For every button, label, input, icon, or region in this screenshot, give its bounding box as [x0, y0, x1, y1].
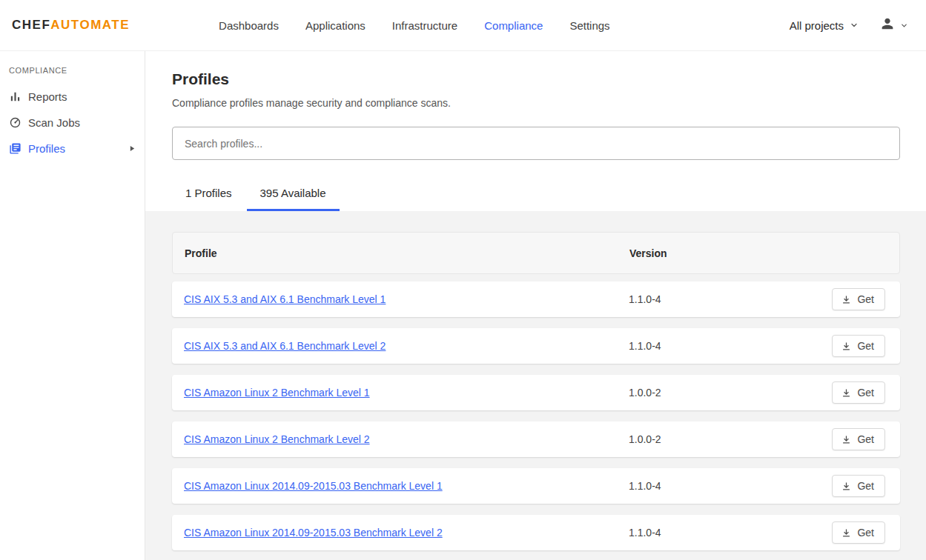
column-header-version: Version [629, 247, 884, 259]
compliance-sidebar: COMPLIANCE Reports Scan Jobs Profiles [0, 51, 145, 560]
library-books-icon [9, 142, 22, 155]
page-title: Profiles [172, 70, 900, 88]
profile-version: 1.1.0-4 [629, 340, 832, 352]
profile-link[interactable]: CIS Amazon Linux 2 Benchmark Level 2 [184, 433, 370, 445]
search-input[interactable] [172, 127, 900, 160]
profile-version: 1.0.0-2 [629, 387, 832, 399]
sidebar-item-scan-jobs[interactable]: Scan Jobs [0, 110, 145, 136]
navbar-right: All projects [790, 16, 908, 35]
download-icon [841, 481, 852, 492]
page-body: COMPLIANCE Reports Scan Jobs Profiles [0, 51, 926, 560]
expand-triangle-icon[interactable] [129, 145, 136, 152]
download-icon [841, 434, 852, 445]
nav-dashboards[interactable]: Dashboards [219, 19, 279, 32]
projects-filter-dropdown[interactable]: All projects [790, 19, 859, 32]
get-profile-button[interactable]: Get [832, 475, 885, 497]
sidebar-heading: COMPLIANCE [0, 66, 145, 75]
user-menu[interactable] [879, 16, 908, 35]
table-row: CIS Amazon Linux 2014.09-2015.03 Benchma… [172, 468, 900, 504]
top-navbar: CHEFAUTOMATE Dashboards Applications Inf… [0, 0, 926, 51]
sidebar-item-label: Profiles [28, 142, 65, 155]
table-header-row: Profile Version [172, 232, 900, 274]
nav-settings[interactable]: Settings [569, 19, 609, 32]
download-icon [841, 294, 852, 305]
tab-available-profiles[interactable]: 395 Available [247, 179, 340, 211]
profile-link[interactable]: CIS Amazon Linux 2 Benchmark Level 1 [184, 387, 370, 399]
nav-compliance[interactable]: Compliance [484, 19, 543, 32]
profile-link[interactable]: CIS AIX 5.3 and AIX 6.1 Benchmark Level … [184, 340, 386, 352]
get-button-label: Get [857, 293, 874, 305]
main-header-section: Profiles Compliance profiles manage secu… [145, 51, 926, 211]
sidebar-item-label: Scan Jobs [28, 116, 80, 129]
chevron-down-icon [850, 21, 859, 30]
nav-applications[interactable]: Applications [305, 19, 366, 32]
get-profile-button[interactable]: Get [832, 288, 885, 310]
search-container [172, 127, 900, 160]
download-icon [841, 387, 852, 399]
page-subtitle: Compliance profiles manage security and … [172, 97, 900, 109]
table-row: CIS AIX 5.3 and AIX 6.1 Benchmark Level … [172, 281, 900, 317]
download-icon [841, 341, 852, 352]
logo-automate-text: AUTOMATE [50, 18, 130, 33]
primary-nav: Dashboards Applications Infrastructure C… [219, 19, 610, 32]
profile-version: 1.0.0-2 [629, 433, 832, 445]
user-avatar-icon [879, 16, 896, 35]
profile-link[interactable]: CIS Amazon Linux 2014.09-2015.03 Benchma… [184, 527, 443, 539]
radar-icon [9, 116, 22, 129]
sidebar-item-reports[interactable]: Reports [0, 84, 145, 110]
nav-infrastructure[interactable]: Infrastructure [392, 19, 457, 32]
get-button-label: Get [857, 480, 874, 492]
chevron-down-icon [900, 21, 908, 30]
app-root: CHEFAUTOMATE Dashboards Applications Inf… [0, 0, 926, 560]
table-row: CIS Amazon Linux 2014.09-2015.03 Benchma… [172, 515, 900, 550]
profiles-tabs: 1 Profiles 395 Available [172, 179, 900, 211]
get-profile-button[interactable]: Get [832, 335, 885, 357]
table-row: CIS AIX 5.3 and AIX 6.1 Benchmark Level … [172, 328, 900, 364]
get-button-label: Get [857, 387, 874, 399]
logo-chef-text: CHEF [12, 18, 50, 33]
get-button-label: Get [857, 340, 874, 352]
profile-version: 1.1.0-4 [629, 527, 832, 539]
sidebar-item-label: Reports [28, 90, 67, 103]
get-button-label: Get [857, 433, 874, 445]
get-button-label: Get [857, 527, 874, 539]
bar-chart-icon [9, 90, 22, 103]
table-row: CIS Amazon Linux 2 Benchmark Level 1 1.0… [172, 375, 900, 410]
table-row: CIS Amazon Linux 2 Benchmark Level 2 1.0… [172, 421, 900, 457]
chef-automate-logo[interactable]: CHEFAUTOMATE [12, 18, 130, 33]
get-profile-button[interactable]: Get [832, 521, 885, 544]
get-profile-button[interactable]: Get [832, 381, 885, 404]
projects-filter-label: All projects [790, 19, 844, 32]
sidebar-item-profiles[interactable]: Profiles [0, 136, 145, 161]
profile-link[interactable]: CIS Amazon Linux 2014.09-2015.03 Benchma… [184, 480, 443, 492]
tab-my-profiles[interactable]: 1 Profiles [172, 179, 245, 211]
column-header-profile: Profile [185, 247, 629, 259]
profiles-list-section: Profile Version CIS AIX 5.3 and AIX 6.1 … [145, 211, 926, 560]
download-icon [841, 527, 852, 539]
get-profile-button[interactable]: Get [832, 428, 885, 450]
profile-version: 1.1.0-4 [629, 293, 832, 305]
profile-version: 1.1.0-4 [629, 480, 832, 492]
profile-link[interactable]: CIS AIX 5.3 and AIX 6.1 Benchmark Level … [184, 293, 386, 305]
main-content: Profiles Compliance profiles manage secu… [145, 51, 926, 560]
